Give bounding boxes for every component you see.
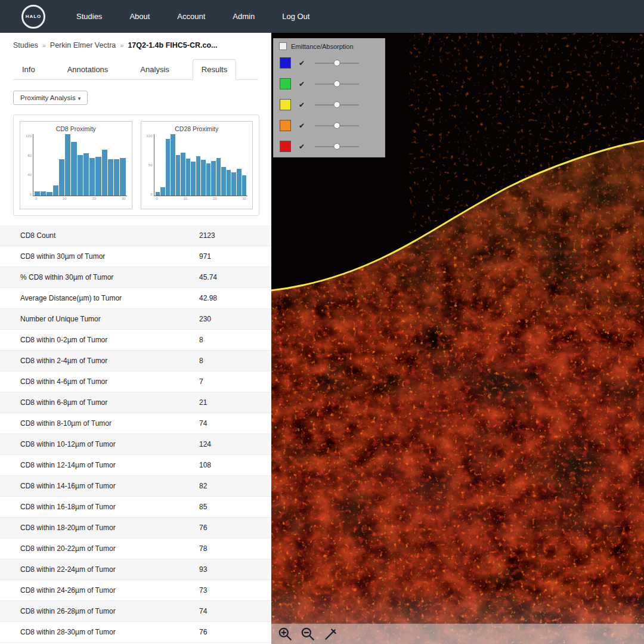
slide-viewer[interactable]: Emittance/Absorption ✔ ✔ — [271, 33, 644, 644]
chart-cd8-proximity: CD8 Proximity 12080400 0102030 — [20, 121, 132, 209]
table-row: CD8 within 10-12µm of Tumor 124 — [0, 434, 271, 455]
zoom-in-button[interactable] — [276, 625, 294, 643]
result-value: 76 — [199, 524, 271, 532]
tab-bar: Info Annotations Analysis Results — [13, 59, 258, 80]
result-label: CD8 within 10-12µm of Tumor — [0, 440, 199, 448]
chart-cd28-proximity: CD28 Proximity 100500 0102030 — [141, 121, 253, 209]
analysis-type-dropdown[interactable]: Proximity Analysis▾ — [13, 91, 88, 105]
table-row: CD8 within 26-28µm of Tumor 74 — [0, 601, 271, 622]
channel-check-icon[interactable]: ✔ — [299, 59, 305, 67]
table-row: CD8 within 22-24µm of Tumor 93 — [0, 559, 271, 580]
result-label: CD8 within 0-2µm of Tumor — [0, 336, 199, 344]
channel-color-swatch[interactable] — [280, 120, 291, 131]
channel-check-icon[interactable]: ✔ — [299, 80, 305, 88]
result-value: 230 — [199, 315, 271, 323]
result-label: CD8 within 28-30µm of Tumor — [0, 628, 199, 636]
results-table: CD8 Count 2123 CD8 within 30µm of Tumor … — [0, 225, 271, 643]
breadcrumb-study[interactable]: Perkin Elmer Vectra — [50, 41, 116, 49]
left-panel: Studies » Perkin Elmer Vectra » 17Q2-1.4… — [0, 33, 271, 644]
nav-item[interactable]: Admin — [233, 12, 255, 21]
channel-opacity-slider[interactable] — [315, 146, 359, 147]
nav-item[interactable]: Account — [177, 12, 205, 21]
tab[interactable]: Annotations — [58, 59, 117, 80]
channel-panel-title: Emittance/Absorption — [291, 43, 354, 50]
chart-y-axis: 100500 — [144, 134, 154, 196]
zoom-in-icon — [277, 626, 293, 642]
result-value: 124 — [199, 440, 271, 448]
breadcrumb: Studies » Perkin Elmer Vectra » 17Q2-1.4… — [13, 41, 271, 49]
tab-label: Results — [202, 65, 227, 74]
table-row: Average Distance(µm) to Tumor 42.98 — [0, 288, 271, 309]
nav-item[interactable]: Log Out — [282, 12, 309, 21]
result-label: CD8 within 26-28µm of Tumor — [0, 607, 199, 615]
result-label: CD8 within 12-14µm of Tumor — [0, 461, 199, 469]
breadcrumb-current-image: 17Q2-1.4b FIHC5-CR.co... — [128, 41, 217, 49]
channel-list: ✔ ✔ ✔ — [274, 52, 385, 157]
nav-item[interactable]: About — [129, 12, 150, 21]
table-row: % CD8 within 30µm of Tumor 45.74 — [0, 267, 271, 288]
tab-label: Annotations — [67, 65, 109, 74]
annotation-pen-button[interactable] — [321, 625, 339, 643]
breadcrumb-studies[interactable]: Studies — [13, 41, 38, 49]
result-value: 85 — [199, 503, 271, 511]
channel-color-swatch[interactable] — [280, 78, 291, 89]
result-label: CD8 within 8-10µm of Tumor — [0, 419, 199, 428]
slider-thumb[interactable] — [334, 101, 340, 108]
table-row: CD8 within 2-4µm of Tumor 8 — [0, 351, 271, 371]
result-value: 42.98 — [199, 294, 271, 302]
channel-panel: Emittance/Absorption ✔ ✔ — [273, 38, 385, 157]
channel-opacity-slider[interactable] — [315, 125, 359, 126]
result-value: 7 — [199, 377, 271, 386]
result-label: CD8 within 16-18µm of Tumor — [0, 503, 199, 511]
channel-opacity-slider[interactable] — [315, 63, 359, 64]
result-label: Average Distance(µm) to Tumor — [0, 294, 199, 302]
result-value: 2123 — [199, 231, 271, 240]
result-value: 93 — [199, 565, 271, 574]
result-value: 73 — [199, 586, 271, 595]
table-row: CD8 within 24-26µm of Tumor 73 — [0, 580, 271, 601]
annotation-pen-icon — [323, 626, 338, 642]
table-row: CD8 within 30µm of Tumor 971 — [0, 246, 271, 267]
result-value: 78 — [199, 544, 271, 553]
channel-opacity-slider[interactable] — [315, 104, 359, 106]
result-label: CD8 within 6-8µm of Tumor — [0, 398, 199, 407]
channel-color-swatch[interactable] — [280, 141, 291, 152]
slider-thumb[interactable] — [334, 80, 340, 87]
table-row: CD8 within 28-30µm of Tumor 76 — [0, 622, 271, 643]
result-label: % CD8 within 30µm of Tumor — [0, 273, 199, 281]
result-label: CD8 within 18-20µm of Tumor — [0, 524, 199, 532]
result-value: 21 — [199, 398, 271, 407]
slider-thumb[interactable] — [334, 143, 340, 150]
tab[interactable]: Info — [13, 59, 44, 80]
channel-color-swatch[interactable] — [280, 99, 291, 110]
table-row: CD8 within 0-2µm of Tumor 8 — [0, 330, 271, 351]
result-label: CD8 within 24-26µm of Tumor — [0, 586, 199, 595]
tab-label: Info — [22, 65, 35, 74]
viewer-toolbar — [271, 624, 644, 644]
channel-panel-checkbox[interactable] — [279, 42, 287, 50]
channel-opacity-slider[interactable] — [315, 83, 359, 85]
table-row: CD8 within 4-6µm of Tumor 7 — [0, 371, 271, 392]
result-label: CD8 within 4-6µm of Tumor — [0, 377, 199, 386]
zoom-out-button[interactable] — [299, 625, 317, 643]
tab[interactable]: Analysis — [131, 59, 178, 80]
table-row: CD8 within 14-16µm of Tumor 82 — [0, 476, 271, 497]
result-label: CD8 within 14-16µm of Tumor — [0, 482, 199, 490]
chart-plot — [154, 134, 248, 196]
result-value: 82 — [199, 482, 271, 490]
channel-check-icon[interactable]: ✔ — [299, 122, 305, 130]
channel-color-swatch[interactable] — [280, 57, 291, 69]
slider-thumb[interactable] — [334, 60, 340, 66]
chart-y-axis: 12080400 — [23, 134, 33, 196]
app-root: HALO Studies About Account Admin Log Out… — [0, 0, 644, 644]
channel-row: ✔ — [274, 115, 385, 136]
result-value: 8 — [199, 336, 271, 344]
tab[interactable]: Results — [193, 59, 236, 80]
slider-thumb[interactable] — [334, 122, 340, 129]
nav-item[interactable]: Studies — [76, 12, 102, 21]
caret-down-icon: ▾ — [78, 95, 81, 101]
channel-check-icon[interactable]: ✔ — [299, 101, 305, 109]
channel-check-icon[interactable]: ✔ — [299, 143, 305, 151]
result-value: 108 — [199, 461, 271, 469]
halo-logo[interactable]: HALO — [21, 5, 45, 29]
